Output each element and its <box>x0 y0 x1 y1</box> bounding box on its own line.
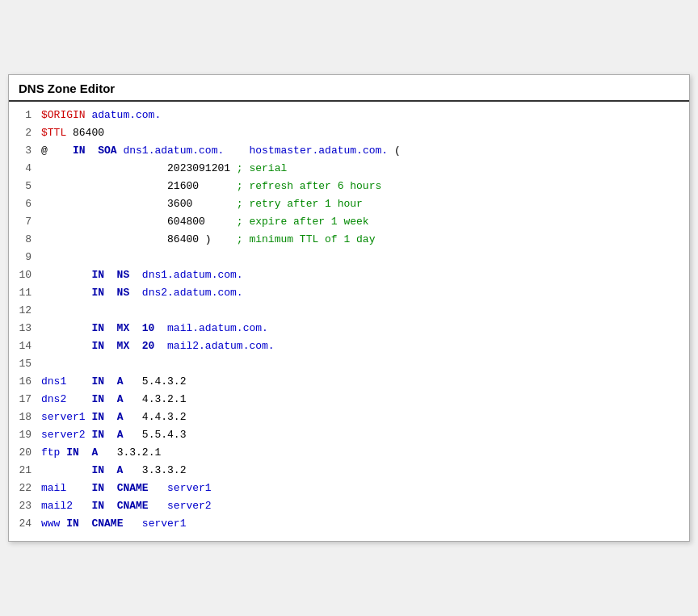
line-24: 24www IN CNAME server1 <box>9 517 689 534</box>
line-content[interactable]: server1 IN A 4.4.3.2 <box>41 411 689 423</box>
line-content[interactable]: IN MX 20 mail2.adatum.com. <box>41 340 689 352</box>
code-token: 3.3.3.2 <box>142 464 187 476</box>
line-content[interactable]: www IN CNAME server1 <box>41 518 689 530</box>
line-number: 9 <box>9 251 41 263</box>
code-token: www <box>41 518 66 530</box>
line-3: 3@ IN SOA dns1.adatum.com. hostmaster.ad… <box>9 144 689 161</box>
line-content[interactable]: IN MX 10 mail.adatum.com. <box>41 322 689 334</box>
code-token: 5.4.3.2 <box>142 375 187 388</box>
code-token: 86400 ) <box>41 233 237 245</box>
line-number: 18 <box>9 411 41 423</box>
code-token: @ <box>41 145 48 157</box>
line-content[interactable]: $ORIGIN adatum.com. <box>41 109 689 121</box>
line-number: 12 <box>9 304 41 316</box>
code-token: adatum.com. <box>86 109 162 121</box>
code-token: 604800 <box>41 216 237 228</box>
code-token: IN A <box>91 411 141 423</box>
editor-content[interactable]: 1$ORIGIN adatum.com.2$TTL 864003@ IN SOA… <box>9 102 689 541</box>
code-token: 21600 <box>41 180 237 192</box>
code-token: server1 <box>142 518 187 530</box>
line-11: 11 IN NS dns2.adatum.com. <box>9 286 689 304</box>
line-2: 2$TTL 86400 <box>9 126 689 144</box>
code-token: ; refresh after 6 hours <box>237 180 381 192</box>
line-20: 20ftp IN A 3.3.2.1 <box>9 446 689 463</box>
code-token: dns1.adatum.com. <box>142 269 243 281</box>
code-token: 2023091201 <box>41 162 237 174</box>
line-content[interactable]: $TTL 86400 <box>41 127 689 139</box>
line-13: 13 IN MX 10 mail.adatum.com. <box>9 321 689 339</box>
code-token: IN SOA <box>48 145 124 157</box>
line-6: 6 3600 ; retry after 1 hour <box>9 197 689 215</box>
line-number: 1 <box>9 109 41 121</box>
line-19: 19server2 IN A 5.5.4.3 <box>9 428 689 446</box>
line-content[interactable]: IN NS dns2.adatum.com. <box>41 287 689 299</box>
code-token: mail.adatum.com. <box>167 322 268 334</box>
line-content[interactable]: mail2 IN CNAME server2 <box>41 500 689 512</box>
window-title: DNS Zone Editor <box>9 75 689 102</box>
code-token: IN A <box>91 375 141 388</box>
line-number: 7 <box>9 216 41 228</box>
line-content[interactable]: ftp IN A 3.3.2.1 <box>41 446 689 459</box>
code-token: server2 <box>41 429 91 441</box>
code-token: 86400 <box>66 127 104 139</box>
code-token: 3600 <box>41 198 237 210</box>
code-token: 4.3.2.1 <box>142 393 187 405</box>
code-token: server1 <box>167 482 212 494</box>
code-token: dns1.adatum.com. <box>123 145 224 157</box>
code-token: dns1 <box>41 375 91 388</box>
line-9: 9 <box>9 250 689 268</box>
code-token: $TTL <box>41 127 66 139</box>
line-content[interactable]: 3600 ; retry after 1 hour <box>41 198 689 210</box>
code-token: IN A <box>41 464 142 476</box>
title-text: DNS Zone Editor <box>19 82 115 95</box>
line-10: 10 IN NS dns1.adatum.com. <box>9 268 689 286</box>
line-15: 15 <box>9 357 689 375</box>
code-token: IN MX 10 <box>41 322 167 334</box>
code-token: server2 <box>167 500 212 512</box>
line-number: 24 <box>9 518 41 530</box>
line-number: 3 <box>9 145 41 157</box>
line-18: 18server1 IN A 4.4.3.2 <box>9 410 689 428</box>
line-content[interactable]: IN A 3.3.3.2 <box>41 464 689 476</box>
line-content[interactable]: mail IN CNAME server1 <box>41 482 689 494</box>
code-token: IN CNAME <box>91 500 167 512</box>
line-number: 11 <box>9 287 41 299</box>
line-content[interactable]: 86400 ) ; minimum TTL of 1 day <box>41 233 689 245</box>
line-number: 19 <box>9 429 41 441</box>
line-number: 2 <box>9 127 41 139</box>
line-number: 22 <box>9 482 41 494</box>
code-token: hostmaster.adatum.com. <box>249 145 388 157</box>
line-8: 8 86400 ) ; minimum TTL of 1 day <box>9 233 689 250</box>
line-content[interactable]: dns1 IN A 5.4.3.2 <box>41 375 689 388</box>
line-number: 8 <box>9 233 41 245</box>
code-token: IN NS <box>41 287 142 299</box>
line-number: 13 <box>9 322 41 334</box>
line-content[interactable]: IN NS dns1.adatum.com. <box>41 269 689 281</box>
code-token: 3.3.2.1 <box>117 446 162 459</box>
code-token: mail <box>41 482 91 494</box>
line-number: 17 <box>9 393 41 405</box>
code-token: ; minimum TTL of 1 day <box>237 233 376 245</box>
line-21: 21 IN A 3.3.3.2 <box>9 463 689 481</box>
line-content[interactable]: 2023091201 ; serial <box>41 162 689 174</box>
line-content[interactable]: @ IN SOA dns1.adatum.com. hostmaster.ada… <box>41 145 689 157</box>
line-number: 15 <box>9 358 41 370</box>
dns-zone-editor-window: DNS Zone Editor 1$ORIGIN adatum.com.2$TT… <box>8 74 690 542</box>
line-content[interactable]: server2 IN A 5.5.4.3 <box>41 429 689 441</box>
line-14: 14 IN MX 20 mail2.adatum.com. <box>9 339 689 357</box>
line-content[interactable]: 21600 ; refresh after 6 hours <box>41 180 689 192</box>
line-content[interactable]: dns2 IN A 4.3.2.1 <box>41 393 689 405</box>
code-token: 5.5.4.3 <box>142 429 187 441</box>
code-token: ftp <box>41 446 66 459</box>
line-number: 21 <box>9 464 41 476</box>
code-token: ; expire after 1 week <box>237 216 369 228</box>
line-number: 5 <box>9 180 41 192</box>
code-token: server1 <box>41 411 91 423</box>
code-token: mail2 <box>41 500 91 512</box>
code-token: IN CNAME <box>91 482 167 494</box>
line-1: 1$ORIGIN adatum.com. <box>9 108 689 126</box>
line-number: 4 <box>9 162 41 174</box>
line-number: 14 <box>9 340 41 352</box>
code-token: IN NS <box>41 269 142 281</box>
line-content[interactable]: 604800 ; expire after 1 week <box>41 216 689 228</box>
